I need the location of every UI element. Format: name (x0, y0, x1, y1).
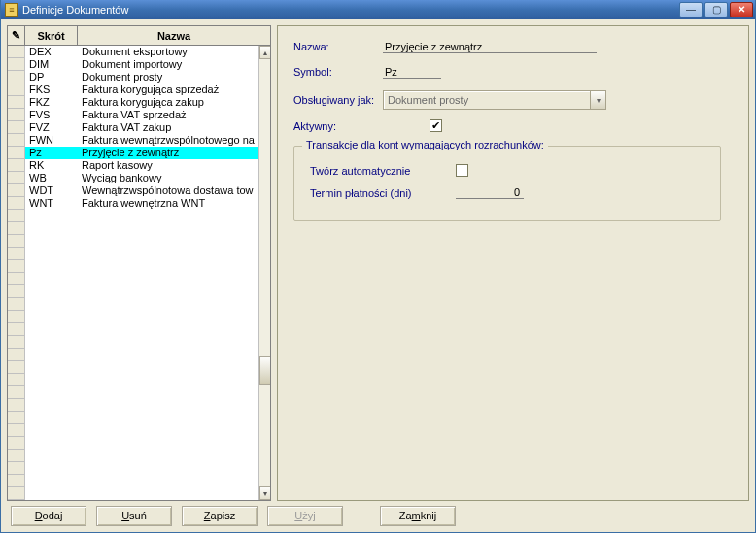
row-check-cell[interactable] (8, 450, 25, 462)
row-check-cell[interactable] (8, 412, 25, 424)
row-check-cell[interactable] (8, 71, 25, 83)
row-check-cell[interactable] (8, 374, 25, 386)
tworz-checkbox[interactable] (456, 164, 468, 177)
row-check-cell[interactable] (8, 311, 25, 323)
row-check-cell[interactable] (8, 121, 25, 134)
table-row[interactable] (8, 399, 258, 412)
table-row[interactable]: DPDokument prosty (8, 71, 258, 83)
table-row[interactable] (8, 311, 258, 323)
table-row[interactable] (8, 273, 258, 285)
row-check-cell[interactable] (8, 46, 25, 58)
table-row[interactable]: PzPrzyjęcie z zewnątrz (8, 147, 258, 159)
col-header-nazwa[interactable]: Nazwa (78, 26, 270, 45)
table-row[interactable]: FWNFaktura wewnątrzwspólnotowego na (8, 134, 258, 147)
termin-field[interactable]: 0 (456, 186, 524, 199)
table-row[interactable]: DEXDokument eksportowy (8, 46, 258, 58)
table-row[interactable] (8, 462, 258, 475)
row-check-cell[interactable] (8, 437, 25, 450)
table-row[interactable]: FKSFaktura korygująca sprzedaż (8, 83, 258, 96)
vertical-scrollbar[interactable]: ▴ ▾ (258, 46, 270, 500)
table-row[interactable] (8, 285, 258, 298)
symbol-field[interactable]: Pz (383, 65, 441, 79)
nazwa-field[interactable]: Przyjęcie z zewnątrz (383, 40, 597, 53)
table-row[interactable] (8, 260, 258, 273)
scroll-thumb[interactable] (259, 356, 270, 385)
table-row[interactable] (8, 336, 258, 349)
row-check-cell[interactable] (8, 147, 25, 159)
row-check-cell[interactable] (8, 58, 25, 71)
table-row[interactable]: FVSFaktura VAT sprzedaż (8, 109, 258, 121)
table-row[interactable] (8, 475, 258, 487)
chevron-down-icon[interactable]: ▾ (590, 91, 605, 109)
row-check-cell[interactable] (8, 210, 25, 222)
row-check-cell[interactable] (8, 134, 25, 147)
close-button[interactable]: ✕ (730, 2, 753, 17)
row-nazwa: Przyjęcie z zewnątrz (78, 147, 258, 159)
table-row[interactable] (8, 437, 258, 450)
row-check-cell[interactable] (8, 273, 25, 285)
row-check-cell[interactable] (8, 424, 25, 437)
table-row[interactable] (8, 386, 258, 399)
titlebar[interactable]: ≡ Definicje Dokumentów — ▢ ✕ (1, 0, 755, 19)
row-check-cell[interactable] (8, 475, 25, 487)
table-row[interactable]: FVZFaktura VAT zakup (8, 121, 258, 134)
row-skrot (25, 210, 78, 222)
table-row[interactable]: WNTFaktura wewnętrzna WNT (8, 197, 258, 210)
table-row[interactable] (8, 349, 258, 361)
row-check-cell[interactable] (8, 298, 25, 311)
row-check-cell[interactable] (8, 260, 25, 273)
table-row[interactable] (8, 210, 258, 222)
table-row[interactable] (8, 424, 258, 437)
col-header-skrot[interactable]: Skrót (25, 26, 78, 45)
table-row[interactable] (8, 487, 258, 500)
row-check-cell[interactable] (8, 159, 25, 172)
table-row[interactable] (8, 374, 258, 386)
table-row[interactable]: RKRaport kasowy (8, 159, 258, 172)
minimize-button[interactable]: — (679, 2, 703, 17)
row-check-cell[interactable] (8, 197, 25, 210)
row-check-cell[interactable] (8, 336, 25, 349)
table-row[interactable] (8, 323, 258, 336)
zapisz-button[interactable]: Zapisz (182, 506, 258, 526)
usun-button[interactable]: Usuń (96, 506, 172, 526)
table-row[interactable] (8, 412, 258, 424)
col-header-check[interactable]: ✎ (8, 26, 25, 45)
scroll-down-arrow-icon[interactable]: ▾ (259, 486, 270, 500)
table-row[interactable]: FKZFaktura korygująca zakup (8, 96, 258, 109)
row-check-cell[interactable] (8, 172, 25, 184)
row-check-cell[interactable] (8, 83, 25, 96)
row-nazwa: Faktura VAT zakup (78, 121, 258, 134)
dodaj-button[interactable]: Dodaj (11, 506, 86, 526)
table-row[interactable] (8, 235, 258, 248)
row-check-cell[interactable] (8, 323, 25, 336)
row-check-cell[interactable] (8, 285, 25, 298)
row-check-cell[interactable] (8, 248, 25, 260)
aktywny-checkbox[interactable]: ✔ (430, 119, 442, 132)
table-row[interactable]: WBWyciąg bankowy (8, 172, 258, 184)
table-row[interactable]: DIMDokument importowy (8, 58, 258, 71)
row-check-cell[interactable] (8, 96, 25, 109)
obslugiwany-combo[interactable]: Dokument prosty ▾ (383, 90, 606, 110)
table-row[interactable] (8, 248, 258, 260)
row-check-cell[interactable] (8, 222, 25, 235)
row-check-cell[interactable] (8, 462, 25, 475)
table-row[interactable] (8, 298, 258, 311)
row-skrot: WB (25, 172, 78, 184)
row-check-cell[interactable] (8, 399, 25, 412)
row-check-cell[interactable] (8, 109, 25, 121)
table-row[interactable] (8, 222, 258, 235)
maximize-button[interactable]: ▢ (704, 2, 728, 17)
row-check-cell[interactable] (8, 361, 25, 374)
row-check-cell[interactable] (8, 184, 25, 197)
uzyj-button: Użyj (267, 506, 343, 526)
row-skrot (25, 336, 78, 349)
row-check-cell[interactable] (8, 386, 25, 399)
row-check-cell[interactable] (8, 487, 25, 500)
table-row[interactable] (8, 450, 258, 462)
scroll-up-arrow-icon[interactable]: ▴ (259, 46, 270, 59)
table-row[interactable] (8, 361, 258, 374)
zamknij-button[interactable]: Zamknij (380, 506, 456, 526)
table-row[interactable]: WDTWewnątrzwspólnotowa dostawa tow (8, 184, 258, 197)
row-check-cell[interactable] (8, 235, 25, 248)
row-check-cell[interactable] (8, 349, 25, 361)
